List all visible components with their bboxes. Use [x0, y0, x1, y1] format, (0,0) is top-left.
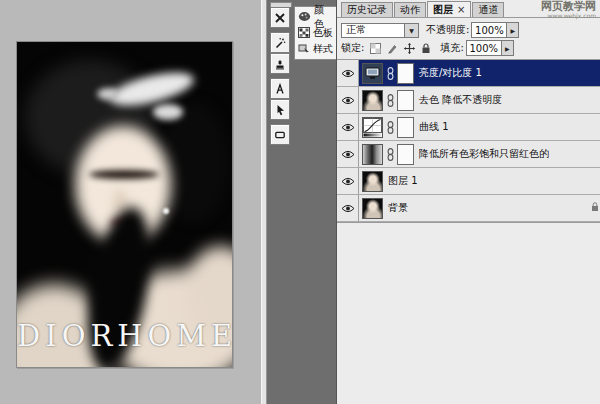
- link-icon: [387, 148, 394, 161]
- layer-row-saturation[interactable]: 降低所有色彩饱和只留红色的: [337, 141, 600, 168]
- visibility-toggle[interactable]: [337, 141, 359, 167]
- palette-tab-label: 样式: [313, 42, 333, 56]
- hair-shape: [159, 102, 229, 222]
- opacity-value[interactable]: 100%: [472, 25, 506, 36]
- panel-tab-bar: 历史记录 动作 图层× 通道: [337, 0, 600, 18]
- lock-position-icon[interactable]: [402, 42, 416, 55]
- opacity-spinner-icon[interactable]: ▶: [506, 23, 518, 37]
- layer-thumbnail[interactable]: [362, 171, 383, 192]
- layer-name[interactable]: 背景: [386, 201, 408, 215]
- type-tool-button[interactable]: [270, 78, 290, 99]
- layer-row-background[interactable]: 背景: [337, 195, 600, 222]
- layer-row-layer1[interactable]: 图层 1: [337, 168, 600, 195]
- workspace-background: 颜色 色板 样式: [267, 0, 336, 404]
- layer-list: 亮度/对比度 1 去色 降低不透明度: [337, 60, 600, 223]
- eye-icon: [341, 204, 355, 213]
- layer-row-brightness-contrast[interactable]: 亮度/对比度 1: [337, 60, 600, 87]
- layer-mask-thumbnail[interactable]: [397, 144, 414, 165]
- headdress-sparkle: [97, 88, 119, 100]
- layer-name[interactable]: 曲线 1: [417, 120, 449, 134]
- eye-icon: [341, 69, 355, 78]
- eye-icon: [341, 150, 355, 159]
- magic-wand-tool-button[interactable]: [270, 32, 290, 53]
- fill-value[interactable]: 100%: [467, 43, 501, 54]
- palette-tab-swatches[interactable]: 色板: [295, 25, 336, 41]
- tab-close-icon[interactable]: ×: [457, 4, 465, 15]
- document-canvas: DIORHOME: [0, 0, 261, 404]
- visibility-toggle[interactable]: [337, 195, 359, 221]
- eyes-shape: [89, 170, 159, 179]
- layer-row-desaturate[interactable]: 去色 降低不透明度: [337, 87, 600, 114]
- type-tool-icon: [274, 83, 286, 95]
- panel-empty-area: [337, 223, 600, 404]
- layer-name[interactable]: 去色 降低不透明度: [417, 93, 502, 107]
- tab-channels[interactable]: 通道: [472, 2, 504, 17]
- path-select-tool-icon: [274, 104, 286, 116]
- slice-tool-icon: [274, 12, 286, 24]
- link-icon: [387, 121, 394, 134]
- eye-icon: [341, 123, 355, 132]
- fill-label: 填充:: [440, 41, 463, 55]
- lock-all-icon[interactable]: [419, 42, 433, 55]
- tab-history[interactable]: 历史记录: [341, 2, 393, 17]
- layer-thumbnail[interactable]: [362, 198, 383, 219]
- opacity-field[interactable]: 100% ▶: [471, 22, 519, 38]
- opacity-label: 不透明度:: [426, 23, 469, 37]
- eye-icon: [341, 177, 355, 186]
- visibility-toggle[interactable]: [337, 60, 359, 86]
- shape-tool-icon: [274, 129, 286, 141]
- lock-paint-icon[interactable]: [385, 42, 399, 55]
- headdress-sparkle: [153, 104, 183, 120]
- blend-mode-select[interactable]: 正常 ▼: [341, 23, 419, 38]
- palette-tab-label: 色板: [313, 26, 333, 40]
- eye-icon: [341, 96, 355, 105]
- visibility-toggle[interactable]: [337, 87, 359, 113]
- lock-transparency-icon[interactable]: [368, 42, 382, 55]
- link-icon: [387, 94, 394, 107]
- magic-wand-tool-icon: [274, 37, 286, 49]
- layer-name[interactable]: 亮度/对比度 1: [417, 66, 482, 80]
- background-lock-icon: [591, 202, 599, 214]
- photoshop-window: DIORHOME: [0, 0, 600, 404]
- slice-tool-button[interactable]: [270, 7, 290, 28]
- layer-row-curves[interactable]: 曲线 1: [337, 114, 600, 141]
- lock-buttons: [368, 42, 433, 55]
- link-icon: [387, 67, 394, 80]
- adjustment-thumbnail[interactable]: [362, 117, 383, 138]
- lock-label: 锁定:: [341, 41, 364, 55]
- blend-mode-value: 正常: [342, 23, 404, 37]
- layer-thumbnail[interactable]: [362, 90, 383, 111]
- adjustment-thumbnail[interactable]: [362, 144, 383, 165]
- toolbox: [270, 2, 292, 145]
- fill-field[interactable]: 100% ▶: [466, 40, 514, 56]
- layers-panel: 网页教学网 www.webjx.com 历史记录 动作 图层× 通道 正常 ▼ …: [336, 0, 600, 404]
- styles-icon: [298, 43, 310, 56]
- path-select-tool-button[interactable]: [270, 99, 290, 120]
- layer-mask-thumbnail[interactable]: [397, 90, 414, 111]
- stamp-tool-button[interactable]: [270, 53, 290, 74]
- color-palette-icon: [298, 11, 311, 24]
- adjustment-thumbnail[interactable]: [362, 63, 383, 84]
- layer-name[interactable]: 降低所有色彩饱和只留红色的: [417, 147, 549, 161]
- palette-tab-color[interactable]: 颜色: [295, 9, 336, 25]
- photo-caption-text: DIORHOME: [17, 319, 233, 353]
- shape-tool-button[interactable]: [270, 124, 290, 145]
- visibility-toggle[interactable]: [337, 114, 359, 140]
- layer-options: 正常 ▼ 不透明度: 100% ▶ 锁定:: [337, 18, 600, 60]
- portrait-image: DIORHOME: [16, 41, 233, 368]
- visibility-toggle[interactable]: [337, 168, 359, 194]
- layer-name[interactable]: 图层 1: [386, 174, 418, 188]
- chevron-down-icon[interactable]: ▼: [404, 24, 418, 37]
- swatches-icon: [298, 27, 310, 40]
- layer-mask-thumbnail[interactable]: [397, 117, 414, 138]
- fill-spinner-icon[interactable]: ▶: [501, 41, 513, 55]
- earring-shape: [163, 208, 169, 214]
- stamp-tool-icon: [274, 58, 286, 70]
- layer-mask-thumbnail[interactable]: [397, 63, 414, 84]
- tab-actions[interactable]: 动作: [394, 2, 426, 17]
- palette-tab-styles[interactable]: 样式: [295, 41, 336, 57]
- tab-layers[interactable]: 图层×: [427, 1, 471, 17]
- palette-dock: 颜色 色板 样式: [294, 6, 337, 60]
